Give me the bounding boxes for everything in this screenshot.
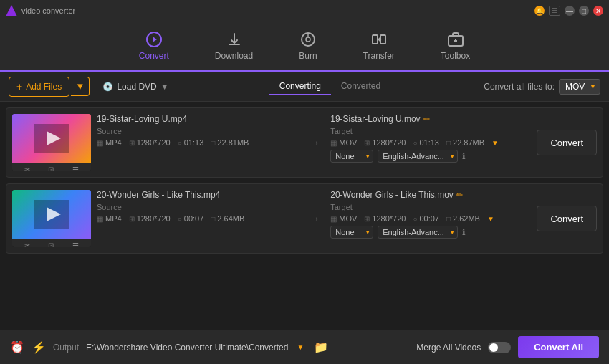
crop-icon[interactable]: ⊡ <box>48 166 54 172</box>
target-label-2: Target <box>330 203 531 211</box>
subtitle-wrap-2: English-Advanc... <box>378 226 458 239</box>
output-path-dropdown[interactable]: ▼ <box>297 343 304 351</box>
file-target-info-2: 20-Wonder Girls - Like This.mov ✏ Target… <box>330 190 531 247</box>
clock-icon[interactable]: ⏰ <box>10 340 24 354</box>
tab-converted[interactable]: Converted <box>331 78 390 95</box>
quality-row-2: None English-Advanc... ℹ <box>330 226 531 239</box>
source-format-2: ▦ MP4 <box>97 214 122 223</box>
target-format-icon-2: ▦ <box>330 215 337 223</box>
toolbar: + Add Files ▼ 💿 Load DVD ▼ Converting Co… <box>0 72 609 102</box>
svg-marker-1 <box>153 37 157 42</box>
add-files-button[interactable]: + Add Files <box>9 77 69 97</box>
subtitle-select-2[interactable]: English-Advanc... <box>378 226 458 239</box>
quality-row-1: None English-Advanc... ℹ <box>330 150 531 163</box>
target-duration-icon-2: ○ <box>413 215 417 223</box>
settings-icon-2[interactable]: ☰ <box>72 241 79 248</box>
edit-icon-2[interactable]: ✏ <box>456 191 463 200</box>
audio-track-select-1[interactable]: None <box>330 150 373 163</box>
convert-button-2[interactable]: Convert <box>537 206 597 231</box>
nav-bar: Convert Download Burn Tran <box>0 21 609 72</box>
target-resolution-2: ⊞ 1280*720 <box>364 214 406 223</box>
info-icon-2[interactable]: ℹ <box>462 227 466 237</box>
nav-label-download: Download <box>215 51 253 61</box>
arrow-2: → <box>303 190 325 247</box>
maximize-button[interactable]: □ <box>579 6 589 16</box>
nav-item-transfer[interactable]: Transfer <box>355 27 403 65</box>
source-format-1: ▦ MP4 <box>97 138 122 147</box>
merge-toggle[interactable] <box>488 342 511 353</box>
source-duration-2: ○ 00:07 <box>178 214 204 223</box>
convert-button-1[interactable]: Convert <box>537 130 597 155</box>
target-resolution-icon: ⊞ <box>364 139 370 147</box>
nav-label-burn: Burn <box>299 51 317 61</box>
file-row: ✂ ⊡ ☰ 19-Sistar-Loving U.mp4 Source ▦ MP… <box>6 107 603 178</box>
close-button[interactable]: ✕ <box>593 6 603 16</box>
nav-label-transfer: Transfer <box>363 51 395 61</box>
cut-icon[interactable]: ✂ <box>24 166 30 172</box>
thumb-img-2 <box>12 190 91 239</box>
load-dvd-arrow: ▼ <box>160 82 169 92</box>
convert-all-button[interactable]: Convert All <box>518 336 599 358</box>
format-select-wrap: MOV MP4 AVI <box>559 79 600 95</box>
info-icon-1[interactable]: ℹ <box>462 151 466 161</box>
arrow-1: → <box>303 114 325 171</box>
add-files-dropdown-button[interactable]: ▼ <box>71 77 90 96</box>
target-settings-arrow-2[interactable]: ▼ <box>487 215 494 223</box>
cut-icon-2[interactable]: ✂ <box>24 241 30 248</box>
transfer-nav-icon <box>370 31 388 48</box>
target-resolution-icon-2: ⊞ <box>364 215 370 223</box>
edit-icon-1[interactable]: ✏ <box>423 115 430 124</box>
nav-item-toolbox[interactable]: Toolbox <box>432 27 479 65</box>
format-select[interactable]: MOV MP4 AVI <box>559 79 600 95</box>
nav-item-burn[interactable]: Burn <box>290 27 325 65</box>
crop-icon-2[interactable]: ⊡ <box>48 241 54 248</box>
bottom-bar: ⏰ ⚡ Output E:\Wondershare Video Converte… <box>0 330 609 364</box>
resolution-icon-2: ⊞ <box>129 215 135 223</box>
target-format-2: ▦ MOV <box>330 214 357 223</box>
source-resolution-2: ⊞ 1280*720 <box>129 214 171 223</box>
lightning-icon[interactable]: ⚡ <box>32 340 46 354</box>
thumbnail-2: ✂ ⊡ ☰ <box>12 190 91 247</box>
thumb-controls-1: ✂ ⊡ ☰ <box>12 163 91 171</box>
download-nav-icon <box>226 31 243 48</box>
notification-icon[interactable]: 🔔 <box>534 6 545 16</box>
target-size-1: □ 22.87MB <box>446 138 484 147</box>
target-duration-1: ○ 01:13 <box>413 138 439 147</box>
target-format-icon: ▦ <box>330 139 337 147</box>
duration-icon: ○ <box>178 139 182 147</box>
settings-icon[interactable]: ☰ <box>72 166 79 172</box>
nav-item-convert[interactable]: Convert <box>130 27 178 65</box>
source-meta-1: ▦ MP4 ⊞ 1280*720 ○ 01:13 □ 22.81MB <box>97 138 297 147</box>
audio-track-select-2[interactable]: None <box>330 226 373 239</box>
target-size-2: □ 2.62MB <box>446 214 480 223</box>
folder-icon[interactable]: 📁 <box>314 340 328 354</box>
merge-label: Merge All Videos <box>416 343 481 353</box>
menu-icon[interactable]: ☰ <box>549 6 560 16</box>
tab-converting[interactable]: Converting <box>269 78 331 95</box>
audio-track-wrap-1: None <box>330 150 373 163</box>
convert-nav-icon <box>145 31 163 48</box>
format-icon-2: ▦ <box>97 215 103 223</box>
target-meta-2: ▦ MOV ⊞ 1280*720 ○ 00:07 □ 2.62MB ▼ <box>330 214 531 223</box>
target-settings-arrow-1[interactable]: ▼ <box>491 139 499 147</box>
audio-track-wrap-2: None <box>330 226 373 239</box>
minimize-button[interactable]: — <box>565 6 575 16</box>
file-target-info-1: 19-Sistar-Loving U.mov ✏ Target ▦ MOV ⊞ … <box>330 114 531 171</box>
title-bar-left: video converter <box>6 5 75 16</box>
source-filename-1: 19-Sistar-Loving U.mp4 <box>97 114 297 124</box>
target-filename-2: 20-Wonder Girls - Like This.mov ✏ <box>330 190 531 200</box>
dvd-icon: 💿 <box>102 82 113 92</box>
thumb-controls-2: ✂ ⊡ ☰ <box>12 239 91 247</box>
nav-item-download[interactable]: Download <box>206 27 262 65</box>
source-label-2: Source <box>97 203 297 211</box>
source-size-2: □ 2.64MB <box>211 214 244 223</box>
thumb-img-1 <box>12 114 91 163</box>
title-bar-controls: 🔔 ☰ — □ ✕ <box>534 6 603 16</box>
subtitle-select-1[interactable]: English-Advanc... <box>378 150 458 163</box>
file-row-2: ✂ ⊡ ☰ 20-Wonder Girls - Like This.mp4 So… <box>6 183 603 254</box>
toolbox-nav-icon <box>447 31 464 48</box>
plus-icon: + <box>16 81 22 92</box>
format-icon: ▦ <box>97 139 103 147</box>
file-list: ✂ ⊡ ☰ 19-Sistar-Loving U.mp4 Source ▦ MP… <box>0 102 609 330</box>
load-dvd-button[interactable]: 💿 Load DVD ▼ <box>95 78 176 95</box>
